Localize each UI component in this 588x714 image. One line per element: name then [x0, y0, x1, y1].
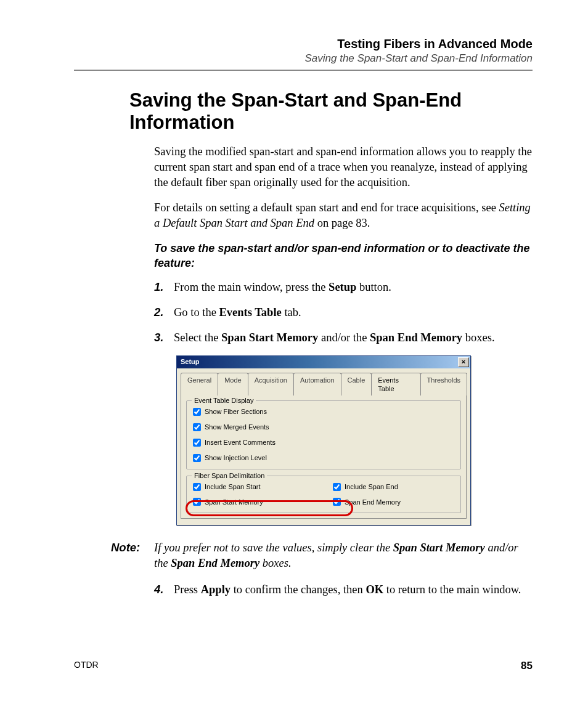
body-content: Saving the modified span-start and span-… [154, 144, 533, 525]
step-2: 2. Go to the Events Table tab. [154, 305, 533, 320]
tab-cable[interactable]: Cable [341, 373, 372, 396]
checkbox-input[interactable] [193, 483, 201, 491]
header-chapter: Testing Fibers in Advanced Mode [74, 37, 533, 51]
tab-automation[interactable]: Automation [293, 373, 341, 396]
tab-mode[interactable]: Mode [218, 373, 248, 396]
header-section: Saving the Span-Start and Span-End Infor… [74, 52, 533, 65]
step-3: 3. Select the Span Start Memory and/or t… [154, 330, 533, 346]
page-footer: OTDR 85 [74, 660, 533, 672]
checkbox-input[interactable] [193, 439, 201, 447]
step-1: 1. From the main window, press the Setup… [154, 280, 533, 295]
group-title: Fiber Span Delimitation [192, 471, 267, 481]
document-page: Testing Fibers in Advanced Mode Saving t… [0, 0, 588, 714]
checkbox-show-injection-level[interactable]: Show Injection Level [193, 453, 454, 463]
dialog-tabs: General Mode Acquisition Automation Cabl… [181, 372, 467, 396]
close-icon[interactable]: × [458, 357, 469, 367]
setup-dialog-screenshot: Setup × General Mode Acquisition Automat… [176, 355, 533, 526]
header-rule [74, 70, 533, 71]
step-number: 1. [154, 280, 174, 295]
tab-general[interactable]: General [181, 373, 218, 396]
note-text: If you prefer not to save the values, si… [154, 540, 533, 571]
checkbox-input[interactable] [333, 483, 341, 491]
dialog-titlebar: Setup × [177, 356, 470, 368]
dialog-title-text: Setup [181, 357, 200, 367]
note-block: Note: If you prefer not to save the valu… [111, 540, 533, 571]
footer-product: OTDR [74, 660, 99, 672]
checkbox-include-span-start[interactable]: Include Span Start [193, 482, 314, 492]
checkbox-input[interactable] [193, 498, 201, 506]
group-title: Event Table Display [192, 396, 256, 405]
step-text: Select the Span Start Memory and/or the … [174, 330, 533, 346]
page-header: Testing Fibers in Advanced Mode Saving t… [74, 37, 533, 71]
step-number: 3. [154, 330, 174, 346]
group-fiber-span-delimitation: Fiber Span Delimitation Include Span Sta… [186, 476, 461, 514]
footer-page-number: 85 [521, 660, 533, 672]
step-text: Press Apply to confirm the changes, then… [174, 582, 533, 598]
procedure-heading: To save the span-start and/or span-end i… [154, 241, 533, 271]
intro-para-1: Saving the modified span-start and span-… [154, 144, 533, 190]
step-text: From the main window, press the Setup bu… [174, 280, 533, 295]
checkbox-span-start-memory[interactable]: Span Start Memory [193, 498, 314, 507]
checkbox-insert-event-comments[interactable]: Insert Event Comments [193, 438, 454, 447]
procedure-steps: 1. From the main window, press the Setup… [154, 280, 533, 346]
checkbox-show-fiber-sections[interactable]: Show Fiber Sections [193, 407, 454, 416]
checkbox-input[interactable] [193, 423, 201, 431]
dialog-body: General Mode Acquisition Automation Cabl… [177, 368, 470, 525]
body-content-cont: 4. Press Apply to confirm the changes, t… [154, 582, 533, 598]
step-4: 4. Press Apply to confirm the changes, t… [154, 582, 533, 598]
checkbox-input[interactable] [193, 408, 201, 416]
checkbox-input[interactable] [193, 454, 201, 462]
procedure-steps-cont: 4. Press Apply to confirm the changes, t… [154, 582, 533, 598]
checkbox-show-merged-events[interactable]: Show Merged Events [193, 423, 454, 432]
note-label: Note: [111, 540, 154, 571]
page-title: Saving the Span-Start and Span-End Infor… [129, 89, 533, 133]
tab-thresholds[interactable]: Thresholds [420, 373, 467, 396]
step-text: Go to the Events Table tab. [174, 305, 533, 320]
step-number: 2. [154, 305, 174, 320]
step-number: 4. [154, 582, 174, 598]
tab-events-table[interactable]: Events Table [371, 373, 420, 396]
checkbox-input[interactable] [333, 498, 341, 506]
checkbox-include-span-end[interactable]: Include Span End [333, 482, 454, 492]
checkbox-span-end-memory[interactable]: Span End Memory [333, 498, 454, 507]
setup-dialog: Setup × General Mode Acquisition Automat… [176, 355, 471, 526]
dialog-panel: Event Table Display Show Fiber Sections … [181, 395, 467, 519]
tab-acquisition[interactable]: Acquisition [248, 373, 294, 396]
group-event-table-display: Event Table Display Show Fiber Sections … [186, 400, 461, 469]
intro-para-2: For details on setting a default span st… [154, 200, 533, 231]
